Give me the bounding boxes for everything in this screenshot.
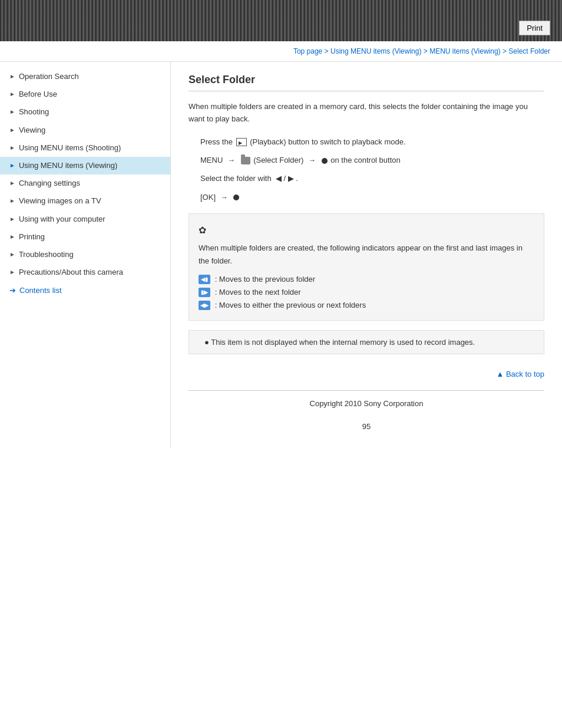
indicator-1: ◀▮ : Moves to the previous folder <box>199 273 534 286</box>
sidebar-item-viewing[interactable]: ► Viewing <box>0 121 170 139</box>
sidebar-item-using-menu-viewing[interactable]: ► Using MENU items (Viewing) <box>0 157 170 174</box>
sidebar-item-troubleshooting[interactable]: ► Troubleshooting <box>0 246 170 263</box>
arrow-icon-active: ► <box>9 162 15 170</box>
sidebar-label: Viewing <box>19 125 45 136</box>
arrow-icon: ► <box>9 197 15 205</box>
sidebar-item-printing[interactable]: ► Printing <box>0 228 170 246</box>
arrow-icon: ► <box>9 126 15 134</box>
next-folder-icon: ▮▶ <box>199 288 210 297</box>
sidebar-item-using-computer[interactable]: ► Using with your computer <box>0 210 170 228</box>
sidebar-label: Using with your computer <box>19 214 105 225</box>
note-box: ✿ When multiple folders are created, the… <box>189 213 544 321</box>
playback-icon <box>236 138 247 146</box>
circle-dot-icon2 <box>233 195 239 200</box>
breadcrumb-select-folder[interactable]: Select Folder <box>508 47 550 55</box>
contents-list-link[interactable]: ➔ Contents list <box>0 281 170 299</box>
page-title: Select Folder <box>189 74 544 91</box>
indicator-2: ▮▶ : Moves to the next folder <box>199 286 534 299</box>
sidebar-label: Before Use <box>19 89 57 100</box>
content-area: Select Folder When multiple folders are … <box>171 62 562 449</box>
footer-copyright: Copyright 2010 Sony Corporation <box>189 391 544 416</box>
main-layout: ► Operation Search ► Before Use ► Shooti… <box>0 62 562 449</box>
back-to-top[interactable]: ▲ Back to top <box>189 364 544 384</box>
contents-arrow-icon: ➔ <box>9 286 16 295</box>
sidebar-label: Viewing images on a TV <box>19 196 101 206</box>
circle-dot-icon <box>322 158 328 164</box>
contents-list-label: Contents list <box>19 286 62 295</box>
page-number: 95 <box>189 416 544 437</box>
arrow-icon: ► <box>9 215 15 223</box>
arrow-icon: ► <box>9 179 15 187</box>
instruction-step2: MENU → (Select Folder) → on the control … <box>200 153 544 167</box>
content-description: When multiple folders are created in a m… <box>189 101 544 126</box>
sidebar-label: Printing <box>19 232 45 242</box>
both-folder-icon: ◀▶ <box>199 301 210 310</box>
note-icon: ✿ <box>199 222 534 238</box>
sidebar-item-shooting[interactable]: ► Shooting <box>0 103 170 121</box>
arrow-icon: ► <box>9 73 15 81</box>
sidebar-item-viewing-images-tv[interactable]: ► Viewing images on a TV <box>0 192 170 210</box>
arrow-right-icon2: → <box>308 153 316 167</box>
warning-box: ● This item is not displayed when the in… <box>189 330 544 354</box>
sidebar-label: Changing settings <box>19 178 80 189</box>
header-bar: Print <box>0 0 562 41</box>
sidebar-label: Troubleshooting <box>19 249 74 260</box>
indicator-3: ◀▶ : Moves to either the previous or nex… <box>199 299 534 312</box>
sidebar-item-operation-search[interactable]: ► Operation Search <box>0 68 170 85</box>
arrow-right-icon3: → <box>220 190 228 204</box>
sidebar-item-using-menu-shooting[interactable]: ► Using MENU items (Shooting) <box>0 139 170 157</box>
arrow-icon: ► <box>9 90 15 98</box>
warning-text: This item is not displayed when the inte… <box>211 338 475 347</box>
arrow-icon: ► <box>9 108 15 116</box>
breadcrumb-top-page[interactable]: Top page <box>293 47 322 55</box>
arrow-icon: ► <box>9 268 15 276</box>
instruction-step3: Select the folder with ◀ / ▶ . <box>200 172 544 185</box>
sidebar-label: Precautions/About this camera <box>19 267 123 278</box>
warning-bullet: ● <box>204 338 211 347</box>
sidebar-label: Operation Search <box>19 71 79 82</box>
instruction-step4: [OK] → <box>200 190 544 204</box>
sidebar: ► Operation Search ► Before Use ► Shooti… <box>0 62 171 449</box>
folder-icon <box>241 157 250 164</box>
sidebar-label: Shooting <box>19 107 49 117</box>
sidebar-label: Using MENU items (Shooting) <box>19 143 121 153</box>
arrow-icon: ► <box>9 233 15 241</box>
back-to-top-link[interactable]: ▲ Back to top <box>496 370 544 378</box>
sidebar-item-changing-settings[interactable]: ► Changing settings <box>0 174 170 192</box>
sidebar-item-precautions[interactable]: ► Precautions/About this camera <box>0 263 170 281</box>
arrow-right-icon: → <box>227 153 235 167</box>
print-button[interactable]: Print <box>519 21 550 35</box>
instruction-step1: Press the (Playback) button to switch to… <box>200 135 544 149</box>
breadcrumb: Top page > Using MENU items (Viewing) > … <box>0 41 562 62</box>
sidebar-item-before-use[interactable]: ► Before Use <box>0 85 170 103</box>
sidebar-label-active: Using MENU items (Viewing) <box>19 160 117 171</box>
arrow-icon: ► <box>9 251 15 259</box>
breadcrumb-menu-items-viewing[interactable]: MENU items (Viewing) <box>429 47 500 55</box>
arrow-icon: ► <box>9 144 15 152</box>
prev-folder-icon: ◀▮ <box>199 275 210 284</box>
note-intro-text: When multiple folders are created, the f… <box>199 242 534 268</box>
breadcrumb-using-menu-viewing[interactable]: Using MENU items (Viewing) <box>330 47 421 55</box>
